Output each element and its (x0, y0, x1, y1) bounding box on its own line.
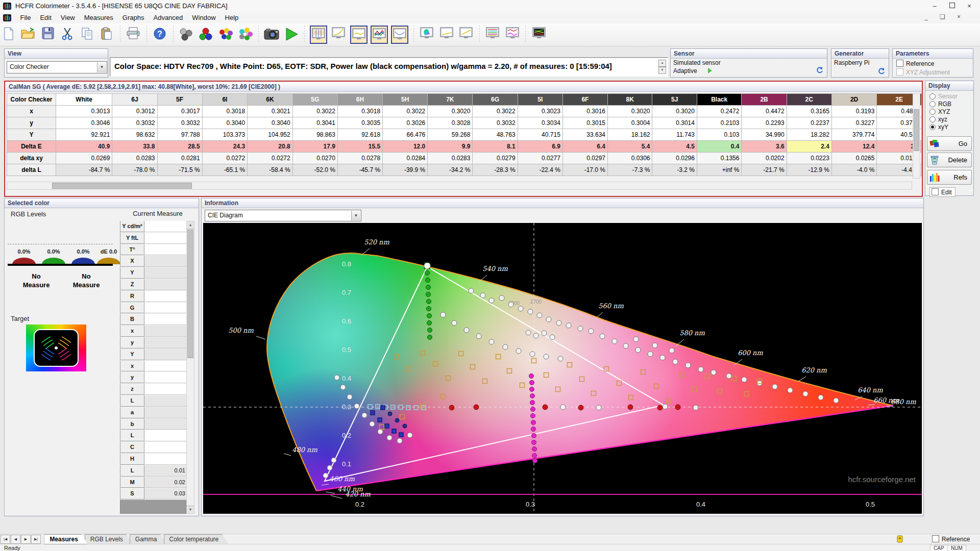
column-header-2d[interactable]: 2D (831, 94, 877, 106)
measure-cell[interactable]: 17.9 (292, 141, 337, 153)
measure-cell[interactable]: 15.5 (337, 141, 382, 153)
measure-cell[interactable]: 0.3046 (56, 117, 112, 129)
save-icon[interactable] (40, 26, 56, 43)
view-selector-dropdown[interactable]: Color Checker ▼ (7, 61, 107, 73)
table-horizontal-scrollbar[interactable] (7, 182, 912, 190)
current-measure-value[interactable] (144, 419, 188, 430)
measure-cell[interactable]: +inf % (697, 164, 741, 176)
measure-cell[interactable]: -39.9 % (383, 164, 428, 176)
current-measure-value[interactable] (144, 303, 188, 314)
column-header-6f[interactable]: 6F (562, 94, 607, 106)
measure-cell[interactable]: 48.763 (473, 129, 518, 141)
menu-view[interactable]: View (56, 12, 80, 23)
view-line2-icon[interactable] (458, 26, 474, 43)
measure-cell[interactable]: 33.634 (562, 129, 607, 141)
measure-cell[interactable]: 0.3016 (562, 106, 607, 117)
measure-cell[interactable]: -22.4 % (518, 164, 562, 176)
measure-cell[interactable]: 0.0272 (248, 153, 293, 164)
column-header-white[interactable]: White (56, 94, 112, 106)
last-tab-button[interactable]: ▶| (31, 535, 41, 544)
column-header-6k[interactable]: 6K (248, 94, 293, 106)
measure-cell[interactable]: 0.0281 (157, 153, 202, 164)
column-header-5h[interactable]: 5H (383, 94, 428, 106)
column-header-5f[interactable]: 5F (157, 94, 202, 106)
menu-file[interactable]: File (15, 12, 35, 23)
measure-cell[interactable]: -17.0 % (562, 164, 607, 176)
measure-cell[interactable]: 92.618 (337, 129, 382, 141)
measure-cell[interactable]: 0.3023 (518, 106, 562, 117)
minimize-button[interactable]: – (926, 0, 943, 12)
column-header-5g[interactable]: 5G (292, 94, 337, 106)
measure-cell[interactable]: 0.3022 (473, 106, 518, 117)
measure-cell[interactable]: 0.3227 (831, 117, 877, 129)
column-header-2c[interactable]: 2C (787, 94, 831, 106)
go-button[interactable]: Go (927, 136, 972, 151)
radio-icon[interactable] (929, 124, 936, 130)
display-radio-xyy[interactable]: xyY (929, 124, 973, 131)
measure-cell[interactable]: -52.0 % (292, 164, 337, 176)
measure-cell[interactable]: -21.7 % (742, 164, 787, 176)
current-measure-value[interactable] (144, 372, 188, 383)
measure-cell[interactable]: 6.4 (562, 141, 607, 153)
current-measure-value[interactable] (144, 454, 188, 465)
measure-cell[interactable]: -71.5 % (157, 164, 202, 176)
mdi-window-buttons[interactable]: _ ❏ × (924, 13, 966, 20)
colors-balls-icon[interactable] (217, 26, 234, 43)
measure-cell[interactable]: 0.3018 (337, 106, 382, 117)
measure-cell[interactable]: 0.3026 (383, 117, 428, 129)
measure-cell[interactable]: 0.3034 (518, 117, 562, 129)
measure-cell[interactable]: -3.2 % (652, 164, 697, 176)
measure-cell[interactable]: 0.3004 (608, 117, 652, 129)
current-measure-value[interactable] (144, 384, 188, 395)
measure-cell[interactable]: 0.3014 (652, 117, 697, 129)
print-icon[interactable] (125, 26, 141, 43)
checkbox-icon[interactable] (932, 188, 939, 195)
column-header-5j[interactable]: 5J (652, 94, 697, 106)
measure-cell[interactable]: 6.9 (518, 141, 562, 153)
checkbox-icon[interactable] (896, 60, 903, 67)
measure-cell[interactable]: 66.476 (383, 129, 428, 141)
current-measure-value[interactable] (144, 233, 188, 244)
measure-cell[interactable]: 0.2472 (697, 106, 741, 117)
radio-icon[interactable] (929, 116, 936, 122)
measure-cell[interactable]: 11.743 (652, 129, 697, 141)
current-measure-value[interactable] (144, 244, 188, 256)
measure-cell[interactable]: 0.3193 (831, 106, 877, 117)
column-header-5i[interactable]: 5I (518, 94, 562, 106)
current-measure-value[interactable] (144, 221, 188, 232)
current-measure-value[interactable] (144, 256, 188, 267)
measure-cell[interactable]: 0.0306 (608, 153, 652, 164)
measure-cell[interactable]: 0.0284 (383, 153, 428, 164)
column-header-6g[interactable]: 6G (473, 94, 518, 106)
measure-cell[interactable]: 0.3017 (157, 106, 202, 117)
measure-cell[interactable]: 0.3032 (473, 117, 518, 129)
measure-cell[interactable]: 24.3 (202, 141, 248, 153)
measure-cell[interactable]: 2.4 (787, 141, 831, 153)
radio-icon[interactable] (929, 109, 936, 115)
measure-cell[interactable]: 97.788 (157, 129, 202, 141)
view-magenta-lines-icon[interactable] (504, 26, 521, 43)
measure-cell[interactable]: 0.3040 (248, 117, 293, 129)
measure-cell[interactable]: 0.2103 (697, 117, 741, 129)
measure-cell[interactable]: 0.0269 (56, 153, 112, 164)
measure-cell[interactable]: 0.0278 (337, 153, 382, 164)
measure-cell[interactable]: 0.3018 (202, 106, 248, 117)
measure-cell[interactable]: -45.7 % (337, 164, 382, 176)
measure-cell[interactable]: 0.3032 (112, 117, 157, 129)
prev-tab-button[interactable]: ◀ (11, 535, 20, 544)
measure-cell[interactable]: 28.5 (157, 141, 202, 153)
measure-cell[interactable]: 98.632 (112, 129, 157, 141)
current-measure-value[interactable] (144, 349, 188, 360)
measure-cell[interactable]: 0.3013 (56, 106, 112, 117)
sensor-config-icon[interactable] (816, 66, 823, 74)
tab-gamma[interactable]: Gamma (130, 534, 167, 544)
measure-cell[interactable]: 0.0283 (428, 153, 473, 164)
measure-cell[interactable]: 18.282 (787, 129, 831, 141)
view-multiline-icon[interactable] (484, 26, 501, 43)
measure-cell[interactable]: 0.3022 (383, 106, 428, 117)
measure-cell[interactable]: 0.0270 (292, 153, 337, 164)
measure-table[interactable]: Color CheckerWhite6J5F6I6K5G6H5H7K6G5I6F… (7, 93, 922, 176)
generator-config-icon[interactable] (877, 67, 885, 75)
open-folder-icon[interactable] (20, 26, 36, 43)
play-measure-icon[interactable] (283, 26, 300, 43)
